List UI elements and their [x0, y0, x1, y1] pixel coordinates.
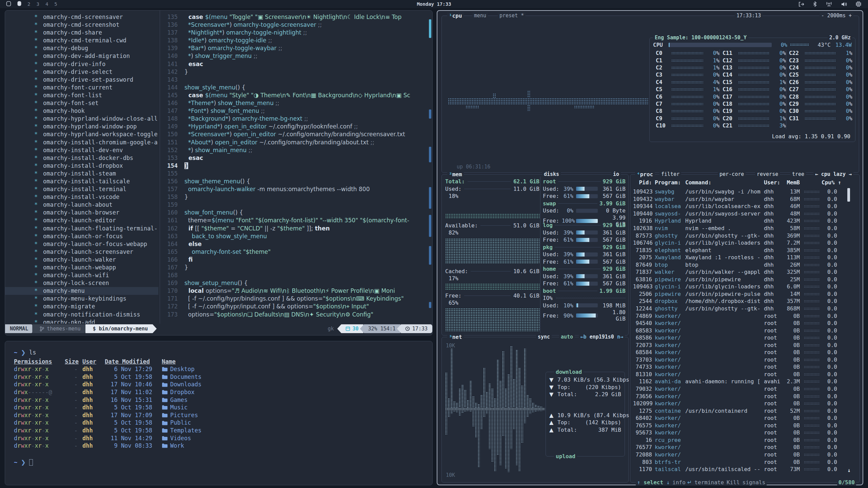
- code-editor[interactable]: 135 case $(menu "Toggle" "▣ Screensaver\…: [160, 13, 428, 324]
- process-row[interactable]: 72073kworker/root0B0.0: [633, 341, 845, 349]
- workspace-1-window-icon[interactable]: [6, 1, 11, 7]
- process-row[interactable]: 2544dropbox/home/dhh/.dropbox-distdhh357…: [633, 298, 845, 305]
- process-row[interactable]: 68584kworker/root0B0.0: [633, 349, 845, 356]
- select-action[interactable]: ↑ select ↓: [636, 479, 671, 486]
- code-line[interactable]: 144show_style_menu() {: [160, 84, 428, 92]
- file-item[interactable]: *omarchy-drive-set-password: [5, 76, 158, 84]
- file-item[interactable]: *omarchy-cmd-terminal-cwd: [5, 37, 158, 44]
- info-action[interactable]: info ↵: [671, 479, 693, 486]
- file-item[interactable]: *omarchy-launch-editor: [5, 217, 158, 224]
- io-tab[interactable]: io: [611, 171, 621, 177]
- file-item[interactable]: *omarchy-menu-keybindings: [5, 295, 158, 303]
- code-line[interactable]: 173 options="$options\n❏ Defaults\n▤ DNS…: [160, 311, 428, 319]
- file-item[interactable]: *omarchy-launch-browser: [5, 209, 158, 217]
- workspace-2[interactable]: 2: [27, 1, 30, 7]
- file-item[interactable]: *omarchy-install-tailscale: [5, 178, 158, 185]
- cpu-chip-icon[interactable]: [856, 1, 861, 7]
- process-row[interactable]: 79032kworker/root0B0.0: [633, 385, 845, 393]
- code-line[interactable]: 139 *Bar*) omarchy-toggle-waybar ;;: [160, 44, 428, 52]
- process-row[interactable]: 95673kworker/root0B0.0: [633, 429, 845, 436]
- code-line[interactable]: 159: [160, 201, 428, 209]
- sort-selector[interactable]: ← cpu lazy →: [813, 171, 853, 177]
- process-row[interactable]: 76575kworker/root0B0.0: [633, 422, 845, 429]
- process-row[interactable]: 71835elephantelephantdhh385M0.0: [633, 246, 845, 254]
- code-line[interactable]: 155: [160, 170, 428, 178]
- filter-tab[interactable]: filter: [659, 171, 681, 177]
- code-line[interactable]: 143: [160, 76, 428, 84]
- reverse-tab[interactable]: reverse: [755, 171, 780, 177]
- code-line[interactable]: 152 *) show_main_menu ;;: [160, 146, 428, 154]
- code-line[interactable]: 148 *Background*) omarchy-theme-bg-next …: [160, 115, 428, 123]
- code-line[interactable]: 150 *Screensaver*) open_in_editor ~/.con…: [160, 130, 428, 138]
- file-item[interactable]: *omarchy-cmd-screensaver: [5, 13, 158, 21]
- kill-action[interactable]: Kill: [725, 479, 741, 486]
- code-line[interactable]: 153 esac: [160, 154, 428, 162]
- file-item[interactable]: *omarchy-font-current: [5, 84, 158, 92]
- process-row[interactable]: 76577kworker/root0B0.0: [633, 444, 845, 451]
- process-row[interactable]: 109432waybar/usr/bin/waybardhh68M0.0: [633, 196, 845, 203]
- code-line[interactable]: 149 *Hyprland*) open_in_editor ~/.config…: [160, 123, 428, 130]
- code-line[interactable]: 156show_theme_menu() {: [160, 178, 428, 185]
- file-item[interactable]: *omarchy-install-chromium-google-a: [5, 139, 158, 146]
- file-item[interactable]: *omarchy-launch-screensaver: [5, 248, 158, 256]
- mem-box-title[interactable]: ²mem: [447, 171, 464, 178]
- file-item[interactable]: *omarchy-install-vscode: [5, 193, 158, 201]
- file-item[interactable]: *omarchy-hyprland-workspace-toggle: [5, 130, 158, 138]
- file-list[interactable]: *omarchy-cmd-screensaver*omarchy-cmd-scr…: [5, 13, 158, 324]
- process-row[interactable]: 71837walker/usr/bin/walker --gappldhh325…: [633, 268, 845, 276]
- signals-action[interactable]: signals: [741, 479, 767, 486]
- file-item[interactable]: *omarchy-cmd-share: [5, 29, 158, 37]
- file-item[interactable]: *omarchy-launch-walker: [5, 256, 158, 264]
- interface-selector[interactable]: ←b enp191s0 n→: [579, 334, 625, 340]
- file-item[interactable]: *omarchy-hook: [5, 107, 158, 115]
- workspace-active-dot[interactable]: [17, 1, 21, 7]
- code-line[interactable]: 145 case $(menu "Style" "◑ Theme\n✎ Font…: [160, 92, 428, 99]
- code-line[interactable]: 146 *Theme*) show_theme_menu ;;: [160, 99, 428, 107]
- network-icon[interactable]: [826, 1, 832, 7]
- process-row[interactable]: 2075XwaylandXwayland :1 -rootless -dhh11…: [633, 254, 845, 261]
- file-item[interactable]: *omarchy-install-terminal: [5, 185, 158, 193]
- file-item[interactable]: *omarchy-cmd-screenshot: [5, 21, 158, 29]
- logout-icon[interactable]: [798, 2, 804, 7]
- process-row[interactable]: 94540kworker/root0B0.0: [633, 320, 845, 327]
- file-item[interactable]: *omarchy-menu: [5, 287, 158, 295]
- file-item[interactable]: *omarchy-hyprland-window-close-all: [5, 115, 158, 123]
- code-line[interactable]: 164 else: [160, 240, 428, 248]
- prompt-line-2[interactable]: ~ ❯: [14, 459, 423, 466]
- code-line[interactable]: 167}: [160, 264, 428, 271]
- code-line[interactable]: 138 *Idle*) omarchy-toggle-idle ;;: [160, 37, 428, 44]
- file-item[interactable]: *omarchy-drive-select: [5, 68, 158, 76]
- file-item[interactable]: *omarchy-font-list: [5, 92, 158, 99]
- code-line[interactable]: 168: [160, 271, 428, 279]
- process-row[interactable]: 81310kworker/root0B0.0: [633, 371, 845, 378]
- code-line[interactable]: 162 if [[ "$theme" = "CNCLD" || -z "$the…: [160, 225, 428, 232]
- code-line[interactable]: 160show_font_menu() {: [160, 209, 428, 217]
- code-line[interactable]: 157 omarchy-launch-walker -m menus:omarc…: [160, 185, 428, 193]
- process-row[interactable]: 102638nvimnvim --embed .dhh58M0.0: [633, 225, 845, 232]
- file-item[interactable]: *omarchy-hyprland-window-pop: [5, 123, 158, 130]
- file-item[interactable]: *omarchy-dev-add-migration: [5, 52, 158, 60]
- cpu-box-title[interactable]: ¹cpu: [447, 13, 464, 19]
- file-item[interactable]: *omarchy-notification-dismiss: [5, 311, 158, 319]
- code-line[interactable]: 166 fi: [160, 256, 428, 264]
- code-line[interactable]: 165 omarchy-font-set "$theme": [160, 248, 428, 256]
- code-line[interactable]: 158}: [160, 193, 428, 201]
- menu-tab[interactable]: menu: [472, 13, 488, 19]
- workspace-3[interactable]: 3: [36, 1, 39, 7]
- file-item[interactable]: *omarchy-launch-about: [5, 201, 158, 209]
- process-row[interactable]: 74869kworker/root0B0.0: [633, 312, 845, 320]
- process-list[interactable]: 109423swaybg/usr/bin/swaybg -i /homdhh13…: [633, 188, 845, 475]
- file-item[interactable]: *omarchy-migrate: [5, 303, 158, 310]
- process-row[interactable]: 87649btopbtopdhh26M0.0: [633, 261, 845, 268]
- code-line[interactable]: 135 case $(menu "Toggle" "▣ Screensaver\…: [160, 13, 428, 21]
- code-line[interactable]: 136 *Screensaver*) omarchy-toggle-screen…: [160, 21, 428, 29]
- file-item[interactable]: *omarchy-launch-or-focus-webapp: [5, 240, 158, 248]
- process-row[interactable]: 73703kworker/root0B0.0: [633, 356, 845, 364]
- code-line[interactable]: 137 *Nightlight*) omarchy-toggle-nightli…: [160, 29, 428, 37]
- file-item[interactable]: *omarchy-install-docker-dbs: [5, 154, 158, 162]
- process-row[interactable]: 1162avahi-daavahi-daemon: running [avahi…: [633, 378, 845, 385]
- process-row[interactable]: 63816pipewire/usr/bin/pipewiredhh25M0.0: [633, 276, 845, 283]
- process-row[interactable]: 106746glycin-i/usr/lib/glycin-loadersdhh…: [633, 239, 845, 247]
- process-row[interactable]: 109344localsea/usr/lib/localsearch-exdhh…: [633, 203, 845, 210]
- code-line[interactable]: 154}: [160, 162, 428, 170]
